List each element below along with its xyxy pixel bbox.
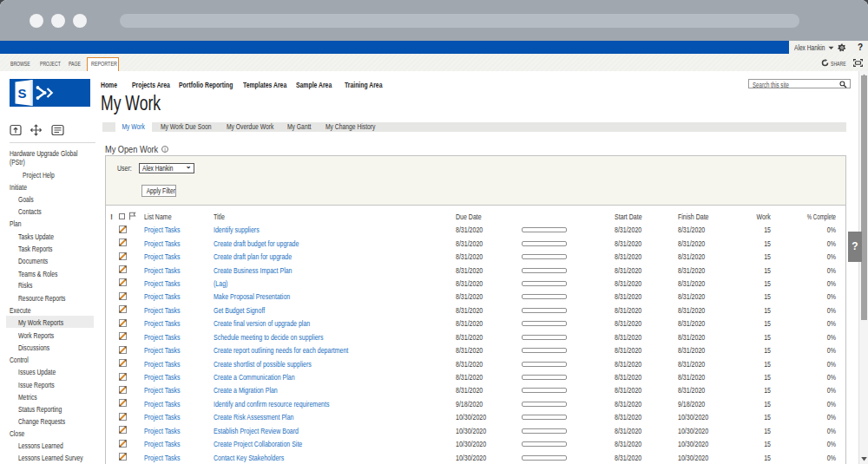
svg-text:S: S: [18, 86, 27, 101]
